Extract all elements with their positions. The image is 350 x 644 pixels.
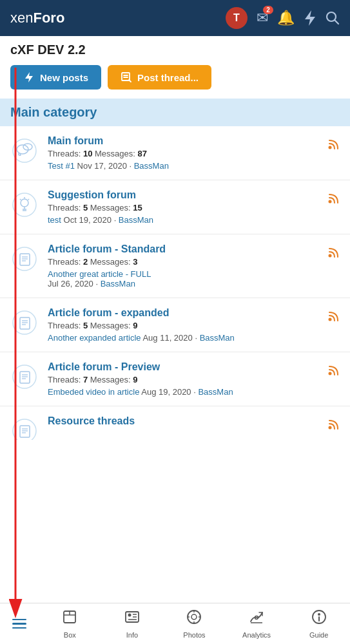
last-thread-link[interactable]: Another great article - FULL — [48, 269, 151, 279]
nav-item-info[interactable]: Info — [101, 605, 164, 643]
forum-last: Another expanded article Aug 11, 2020 · … — [48, 333, 318, 343]
forum-title[interactable]: Main forum — [48, 135, 318, 147]
forum-icon-chat — [10, 137, 39, 165]
svg-point-48 — [128, 614, 131, 617]
mail-icon[interactable]: ✉ 2 — [257, 10, 268, 26]
svg-point-12 — [21, 199, 28, 207]
svg-point-19 — [329, 200, 332, 204]
forum-item[interactable]: Article forum - Standard Threads: 2 Mess… — [0, 234, 350, 298]
guide-icon — [311, 609, 327, 629]
new-posts-button[interactable]: New posts — [10, 65, 101, 90]
forum-content: Resource threads — [48, 415, 318, 429]
rss-icon[interactable] — [327, 310, 340, 326]
svg-line-17 — [20, 199, 21, 200]
forum-stats: Threads: 5 Messages: 9 — [48, 321, 318, 330]
nav-item-analytics[interactable]: Analytics — [226, 605, 288, 643]
nav-label-analytics: Analytics — [242, 631, 271, 639]
svg-point-37 — [329, 372, 332, 375]
forum-icon-article — [10, 308, 39, 337]
forum-last: Another great article - FULL Jul 26, 202… — [48, 269, 318, 289]
rss-icon[interactable] — [327, 246, 340, 262]
nav-label-info: Info — [126, 631, 138, 639]
forum-stats: Threads: 10 Messages: 87 — [48, 149, 318, 158]
svg-point-31 — [329, 318, 332, 321]
forum-item-partial[interactable]: Resource threads — [0, 406, 350, 440]
last-thread-link[interactable]: Another expanded article — [48, 333, 141, 343]
edit-btn-icon — [121, 71, 132, 83]
rss-icon[interactable] — [327, 138, 340, 154]
forum-icon-article — [10, 417, 39, 440]
bell-icon[interactable]: 🔔 — [277, 10, 295, 26]
forum-last: Embeded video in article Aug 19, 2020 · … — [48, 387, 318, 397]
action-buttons: New posts Post thread... — [0, 60, 350, 99]
forum-icon-article — [10, 245, 39, 273]
page-title: cXF DEV 2.2 — [0, 36, 350, 60]
app-header: xenForo T ✉ 2 🔔 — [0, 0, 350, 36]
forum-item[interactable]: Main forum Threads: 10 Messages: 87 Test… — [0, 126, 350, 180]
last-user-link[interactable]: BassMan — [134, 161, 169, 171]
forum-item[interactable]: Article forum - Preview Threads: 7 Messa… — [0, 352, 350, 406]
menu-button[interactable] — [0, 614, 39, 634]
forum-stats: Threads: 7 Messages: 9 — [48, 375, 318, 384]
info-icon — [124, 609, 141, 629]
svg-point-11 — [13, 193, 36, 216]
svg-line-1 — [335, 21, 339, 24]
box-icon — [61, 609, 78, 629]
svg-rect-4 — [122, 73, 130, 80]
svg-point-61 — [318, 613, 320, 616]
last-thread-link[interactable]: test — [48, 215, 61, 225]
nav-item-box[interactable]: Box — [39, 605, 101, 643]
svg-rect-27 — [20, 317, 30, 329]
last-user-link[interactable]: BassMan — [119, 215, 153, 225]
svg-point-38 — [13, 419, 36, 440]
header-icons: T ✉ 2 🔔 — [226, 7, 340, 29]
forum-title[interactable]: Suggestion forum — [48, 189, 318, 201]
last-user-link[interactable]: BassMan — [200, 333, 235, 343]
nav-item-photos[interactable]: Photos — [163, 605, 226, 643]
svg-point-43 — [329, 426, 332, 430]
svg-point-10 — [329, 146, 332, 149]
forum-content: Article forum - expanded Threads: 5 Mess… — [48, 307, 318, 343]
last-thread-link[interactable]: Embeded video in article — [48, 387, 139, 397]
forum-title[interactable]: Article forum - Standard — [48, 243, 318, 255]
last-user-link[interactable]: BassMan — [198, 387, 233, 397]
svg-rect-33 — [20, 372, 30, 383]
forum-last: Test #1 Nov 17, 2020 · BassMan — [48, 161, 318, 171]
forum-stats: Threads: 5 Messages: 15 — [48, 203, 318, 213]
nav-item-guide[interactable]: Guide — [287, 605, 350, 643]
forum-list: Main forum Threads: 10 Messages: 87 Test… — [0, 126, 350, 440]
forum-item[interactable]: Article forum - expanded Threads: 5 Mess… — [0, 298, 350, 352]
forum-title[interactable]: Article forum - expanded — [48, 307, 318, 319]
forum-item[interactable]: Suggestion forum Threads: 5 Messages: 15… — [0, 180, 350, 234]
forum-content: Main forum Threads: 10 Messages: 87 Test… — [48, 135, 318, 171]
forum-icon-article — [10, 363, 39, 391]
search-icon[interactable] — [326, 11, 340, 25]
main-content: cXF DEV 2.2 New posts Post thread... Mai… — [0, 36, 350, 485]
svg-point-53 — [191, 614, 197, 620]
svg-point-7 — [13, 139, 36, 162]
forum-content: Suggestion forum Threads: 5 Messages: 15… — [48, 189, 318, 225]
nav-label-photos: Photos — [183, 631, 205, 639]
forum-title[interactable]: Resource threads — [48, 415, 318, 427]
bottom-nav: Box Info Photos — [0, 603, 350, 644]
rss-icon[interactable] — [327, 364, 340, 380]
lightning-btn-icon — [23, 71, 35, 83]
lightning-icon[interactable] — [304, 10, 316, 26]
avatar[interactable]: T — [226, 7, 248, 29]
svg-point-25 — [329, 254, 332, 258]
svg-point-8 — [17, 145, 28, 154]
svg-rect-21 — [20, 254, 30, 265]
rss-icon[interactable] — [327, 418, 340, 434]
logo: xenForo — [10, 10, 64, 26]
nav-label-guide: Guide — [309, 631, 328, 639]
logo-text: xenForo — [10, 10, 64, 26]
last-user-link[interactable]: BassMan — [101, 279, 135, 289]
forum-title[interactable]: Article forum - Preview — [48, 361, 318, 373]
rss-icon[interactable] — [327, 192, 340, 208]
svg-line-18 — [28, 199, 30, 200]
last-thread-link[interactable]: Test #1 — [48, 161, 75, 171]
analytics-icon — [248, 609, 265, 629]
forum-icon-idea — [10, 191, 39, 219]
nav-label-box: Box — [64, 631, 76, 639]
post-thread-button[interactable]: Post thread... — [108, 65, 211, 90]
